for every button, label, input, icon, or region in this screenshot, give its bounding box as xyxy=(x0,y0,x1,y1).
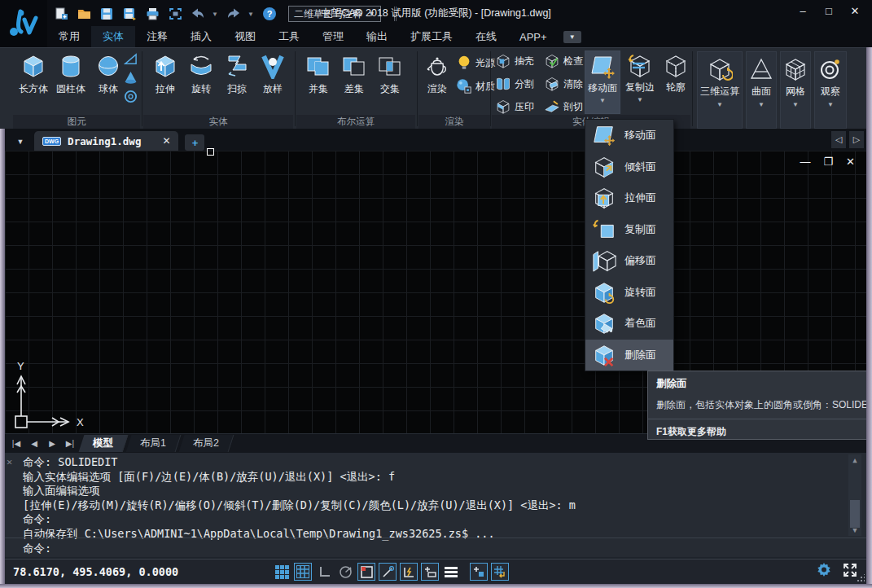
menu-item-color-face[interactable]: 着色面 xyxy=(585,308,673,340)
save-as-icon[interactable] xyxy=(121,5,138,23)
print-icon[interactable] xyxy=(143,5,161,23)
imprint-button[interactable]: 压印 xyxy=(495,99,534,115)
maximize-button[interactable]: □ xyxy=(822,5,836,17)
box-button[interactable]: 长方体 xyxy=(15,50,52,112)
menu-item-delete-face[interactable]: 删除面 xyxy=(585,340,673,371)
selection-cycling-toggle-icon[interactable] xyxy=(470,563,488,581)
ducs-toggle-icon[interactable] xyxy=(400,563,418,581)
mesh-dropdown[interactable]: 网格 ▼ xyxy=(780,51,811,129)
tab-zhushi[interactable]: 注释 xyxy=(135,26,179,47)
tab-guanli[interactable]: 管理 xyxy=(311,26,355,47)
tab-shiti[interactable]: 实体 xyxy=(91,26,135,47)
separate-button[interactable]: 分割 xyxy=(495,76,534,92)
menu-item-rotate-face[interactable]: 旋转面 xyxy=(585,277,673,309)
doc-restore-button[interactable]: ❐ xyxy=(823,156,833,168)
otrack-toggle-icon[interactable] xyxy=(379,563,397,581)
prev-tab-icon[interactable]: ◀ xyxy=(26,437,42,451)
resize-grip[interactable] xyxy=(857,574,865,582)
menu-item-move-face[interactable]: 移动面 xyxy=(585,120,673,151)
osnap-toggle-icon[interactable] xyxy=(357,563,375,581)
shell-button[interactable]: 抽壳 xyxy=(495,53,534,69)
redo-icon[interactable] xyxy=(225,5,243,23)
doc-minimize-button[interactable]: — xyxy=(800,156,810,168)
union-button[interactable]: 并集 xyxy=(300,50,337,112)
material-button[interactable]: 材质 xyxy=(456,78,495,94)
polar-toggle-icon[interactable] xyxy=(336,563,354,581)
menu-item-taper-face[interactable]: 倾斜面 xyxy=(585,151,673,183)
subtract-button[interactable]: 差集 xyxy=(335,50,373,112)
tab-zaixian[interactable]: 在线 xyxy=(464,26,508,47)
light-button[interactable]: 光源 xyxy=(456,55,495,71)
new-file-icon[interactable] xyxy=(52,5,70,23)
observe-dropdown[interactable]: 观察 ▼ xyxy=(814,51,847,129)
revolve-button[interactable]: 旋转 xyxy=(182,50,220,112)
close-button[interactable]: ✕ xyxy=(848,5,862,17)
scroll-right-icon[interactable]: ▷ xyxy=(849,131,864,148)
close-document-icon[interactable]: ✕ xyxy=(162,135,170,147)
open-folder-icon[interactable] xyxy=(75,5,93,23)
extract-edges-button[interactable]: 轮廓 xyxy=(658,50,694,114)
check-button[interactable]: 检查 xyxy=(544,53,583,69)
workspace-dropdown[interactable]: 二维草图与注释 ▼ xyxy=(288,6,381,22)
clean-button[interactable]: 清除 xyxy=(544,76,583,92)
save-icon[interactable] xyxy=(98,5,116,23)
intersect-button[interactable]: 交集 xyxy=(371,50,409,112)
preview-icon[interactable] xyxy=(166,5,184,23)
slice-button[interactable]: 剖切 xyxy=(544,99,583,115)
tab-model[interactable]: 模型 xyxy=(79,435,129,452)
next-tab-icon[interactable]: ▶ xyxy=(44,437,60,451)
scrollbar-thumb[interactable] xyxy=(850,500,860,528)
scroll-down-icon[interactable]: ▼ xyxy=(848,524,861,536)
extrude-button[interactable]: 拉伸 xyxy=(147,50,184,112)
tab-shuchu[interactable]: 输出 xyxy=(355,26,399,47)
doc-list-dropdown-icon[interactable]: ▼ xyxy=(10,133,31,151)
ortho-toggle-icon[interactable] xyxy=(315,563,333,581)
tab-gongju[interactable]: 工具 xyxy=(267,26,311,47)
loft-button[interactable]: 放样 xyxy=(254,50,291,112)
tab-changyong[interactable]: 常用 xyxy=(47,26,91,47)
app-logo[interactable] xyxy=(0,0,47,47)
tab-shitu[interactable]: 视图 xyxy=(223,26,267,47)
settings-gear-icon[interactable] xyxy=(817,563,831,577)
doc-close-button[interactable]: ✕ xyxy=(846,156,855,168)
undo-dropdown-icon[interactable]: ▼ xyxy=(212,11,220,18)
sphere-button[interactable]: 球体 xyxy=(90,50,127,112)
menu-item-extrude-face[interactable]: 拉伸面 xyxy=(585,182,673,214)
tab-layout2[interactable]: 布局2 xyxy=(179,435,234,452)
last-tab-icon[interactable]: ▶| xyxy=(62,437,78,451)
tab-kuozhan[interactable]: 扩展工具 xyxy=(399,26,464,47)
ribbon-collapse-icon[interactable]: ▼ xyxy=(563,31,581,43)
cylinder-button[interactable]: 圆柱体 xyxy=(52,50,90,112)
first-tab-icon[interactable]: |◀ xyxy=(8,437,24,451)
new-document-button[interactable]: + xyxy=(185,134,204,151)
render-button[interactable]: 渲染 xyxy=(418,50,456,112)
torus-icon[interactable] xyxy=(124,90,138,103)
command-input[interactable]: 命令: xyxy=(23,542,837,556)
lineweight-toggle-icon[interactable] xyxy=(442,563,460,581)
tab-app-plus[interactable]: APP+ xyxy=(508,26,559,47)
cone-icon[interactable] xyxy=(124,70,138,86)
help-icon[interactable]: ? xyxy=(261,5,278,23)
copy-edge-button[interactable]: 复制边 ▼ xyxy=(622,50,658,114)
fullscreen-icon[interactable] xyxy=(843,563,857,577)
sweep-button[interactable]: 扫掠 xyxy=(218,50,256,112)
wedge-icon[interactable] xyxy=(124,52,138,66)
scroll-up-icon[interactable]: ▲ xyxy=(848,454,861,466)
scroll-left-icon[interactable]: ◁ xyxy=(831,131,846,148)
tab-layout1[interactable]: 布局1 xyxy=(126,435,182,452)
command-close-icon[interactable]: ✕ xyxy=(7,456,12,467)
menu-item-offset-face[interactable]: 偏移面 xyxy=(585,245,673,277)
minimize-button[interactable]: – xyxy=(795,5,810,17)
annotation-toggle-icon[interactable] xyxy=(491,563,509,581)
dyn-toggle-icon[interactable] xyxy=(421,563,439,581)
3d-operations-dropdown[interactable]: 三维运算 ▼ xyxy=(697,51,743,129)
surface-dropdown[interactable]: 曲面 ▼ xyxy=(746,51,777,129)
command-scrollbar[interactable]: ▲ ▼ xyxy=(848,454,861,536)
snap-toggle-icon[interactable] xyxy=(273,563,291,581)
grid-toggle-icon[interactable] xyxy=(294,563,312,581)
undo-icon[interactable] xyxy=(189,5,207,23)
tab-charu[interactable]: 插入 xyxy=(179,26,223,47)
document-tab[interactable]: DWG Drawing1.dwg ✕ xyxy=(34,131,178,151)
menu-item-copy-face[interactable]: 复制面 xyxy=(585,214,673,246)
redo-dropdown-icon[interactable]: ▼ xyxy=(248,11,256,18)
